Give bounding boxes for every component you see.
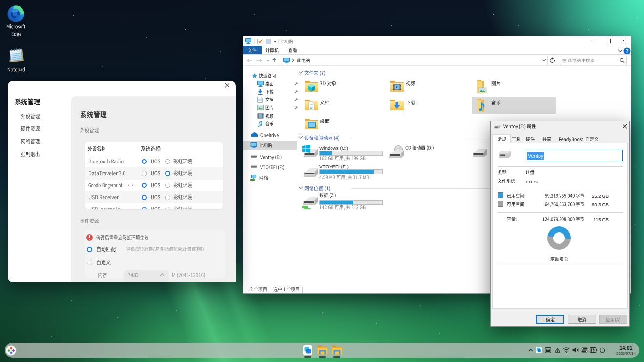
svg-text:?: ? bbox=[625, 48, 628, 54]
